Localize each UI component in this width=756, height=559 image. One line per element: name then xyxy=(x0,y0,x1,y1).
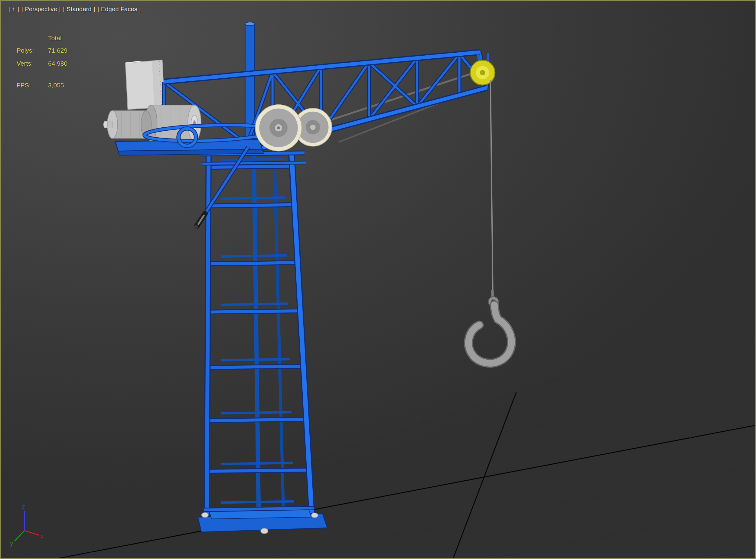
perspective-viewport[interactable]: Z x y [ + ][ Perspective ][ Standard ][ … xyxy=(0,0,756,559)
crane-hook[interactable] xyxy=(468,298,511,363)
stats-polys-value: 71.629 xyxy=(48,46,67,55)
stats-verts-value: 64.980 xyxy=(48,59,67,68)
x-axis-label: x xyxy=(41,533,44,539)
viewport-canvas[interactable]: Z x y xyxy=(1,1,755,558)
stats-total-header: Total xyxy=(48,33,61,43)
stats-fps-row: FPS: 3,055 xyxy=(17,81,67,90)
viewport-renderer-menu[interactable]: [ Standard ] xyxy=(63,6,95,13)
viewport-label: [ + ][ Perspective ][ Standard ][ Edged … xyxy=(8,6,143,13)
stats-fps-label: FPS: xyxy=(17,81,48,90)
world-axis-gizmo: Z x y xyxy=(10,505,44,547)
viewport-general-menu[interactable]: [ + ] xyxy=(8,6,19,13)
motor-large[interactable] xyxy=(145,105,201,141)
y-axis-line xyxy=(15,531,24,541)
stats-header-spacer xyxy=(17,33,48,43)
stats-header-row: Total xyxy=(17,33,67,43)
y-axis-label: y xyxy=(10,540,13,546)
base-foot xyxy=(202,512,208,517)
white-cover-box[interactable] xyxy=(125,60,165,109)
crane-tower[interactable] xyxy=(200,152,312,514)
x-axis-line xyxy=(24,531,39,535)
base-foot xyxy=(261,528,268,534)
stats-verts-row: Verts: 64.980 xyxy=(17,59,67,68)
base-foot xyxy=(312,513,318,518)
stats-fps-value: 3,055 xyxy=(48,81,64,90)
ground-grid xyxy=(1,313,755,558)
stats-verts-label: Verts: xyxy=(17,59,48,68)
viewport-shading-menu[interactable]: [ Edged Faces ] xyxy=(97,6,141,13)
stats-polys-label: Polys: xyxy=(17,46,48,55)
statistics-overlay: Total Polys: 71.629 Verts: 64.980 FPS: 3… xyxy=(17,33,67,94)
viewport-pov-menu[interactable]: [ Perspective ] xyxy=(21,6,61,13)
crane-base-plate[interactable] xyxy=(198,508,327,534)
z-axis-label: Z xyxy=(22,505,25,511)
hoist-cable[interactable] xyxy=(490,80,493,300)
crane-model[interactable] xyxy=(104,22,512,534)
cable-drums[interactable] xyxy=(255,105,332,151)
stats-polys-row: Polys: 71.629 xyxy=(17,46,67,55)
